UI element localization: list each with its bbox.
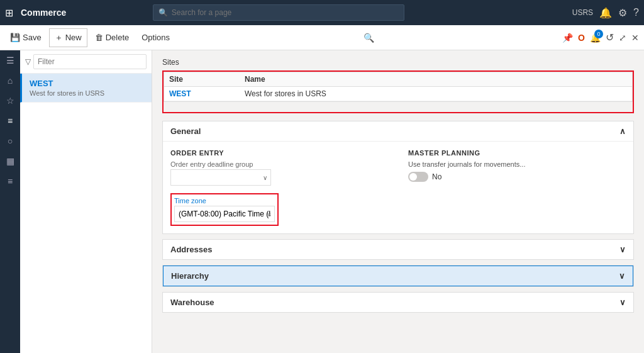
- item-subtitle: West for stores in USRS: [30, 89, 144, 97]
- save-label: Save: [23, 33, 42, 42]
- general-chevron-up-icon: ∧: [619, 126, 626, 136]
- addresses-accordion: Addresses ∨: [162, 239, 634, 260]
- list-item[interactable]: WEST West for stores in USRS: [20, 74, 152, 103]
- left-panel-toolbar: ▽: [20, 50, 152, 74]
- general-accordion-header[interactable]: General ∧: [163, 121, 633, 141]
- col-name-header: Name: [245, 75, 627, 84]
- options-label: Options: [142, 33, 170, 42]
- main-layout: ☰ ⌂ ☆ ≡ ○ ▦ ≡ ▽ WEST West for stores in …: [0, 50, 644, 353]
- sites-section-label: Sites: [162, 58, 634, 67]
- general-two-col: ORDER ENTRY Order entry deadline group T…: [170, 149, 626, 226]
- bell-icon[interactable]: 🔔: [599, 7, 612, 19]
- left-panel-list: WEST West for stores in USRS: [20, 74, 152, 353]
- order-entry-group: ORDER ENTRY Order entry deadline group T…: [170, 149, 388, 226]
- search-input[interactable]: [172, 8, 399, 17]
- sites-table-body: WEST West for stores in USRS: [164, 87, 632, 101]
- site-id: WEST: [169, 89, 245, 98]
- sidebar-clock-icon[interactable]: ○: [8, 136, 13, 146]
- sites-table-header: Site Name: [164, 72, 632, 87]
- col-site-header: Site: [169, 75, 245, 84]
- grid-icon: ⊞: [5, 7, 13, 19]
- warehouse-accordion: Warehouse ∨: [162, 292, 634, 313]
- pin-icon[interactable]: 📌: [562, 33, 573, 43]
- content-area: Sites Site Name WEST West for stores in …: [152, 50, 644, 353]
- addresses-chevron-down-icon: ∨: [619, 245, 626, 254]
- master-planning-label: MASTER PLANNING: [408, 149, 626, 157]
- top-bar-right: USRS 🔔 ⚙ ?: [572, 7, 639, 19]
- order-entry-label: ORDER ENTRY: [170, 149, 388, 157]
- filter-input[interactable]: [33, 54, 147, 69]
- delete-button[interactable]: 🗑 Delete: [90, 28, 135, 47]
- toolbar-search-icon[interactable]: 🔍: [364, 33, 374, 43]
- sites-table-wrapper: Site Name WEST West for stores in USRS: [162, 70, 634, 113]
- office-icon[interactable]: O: [578, 33, 585, 43]
- warehouse-chevron-down-icon: ∨: [619, 298, 626, 307]
- sidebar-menu-icon[interactable]: ☰: [6, 55, 14, 65]
- new-label: New: [65, 33, 82, 42]
- item-title: WEST: [30, 79, 144, 88]
- app-title: Commerce: [21, 8, 66, 18]
- save-button[interactable]: 💾 Save: [5, 28, 47, 47]
- new-icon: ＋: [55, 32, 63, 43]
- deadline-select-wrapper: [170, 169, 271, 186]
- site-name: West for stores in USRS: [245, 89, 627, 98]
- top-bar: ⊞ Commerce 🔍 USRS 🔔 ⚙ ?: [0, 0, 644, 25]
- sidebar-chart-icon[interactable]: ▦: [6, 156, 14, 166]
- general-accordion: General ∧ ORDER ENTRY Order entry deadli…: [162, 121, 634, 234]
- hierarchy-chevron-down-icon: ∨: [619, 271, 625, 281]
- user-label: USRS: [572, 8, 593, 17]
- sites-row[interactable]: WEST West for stores in USRS: [164, 87, 632, 101]
- delete-icon: 🗑: [95, 33, 103, 42]
- timezone-label: Time zone: [174, 197, 275, 205]
- general-label: General: [170, 126, 201, 136]
- sidebar-rows-icon[interactable]: ≡: [8, 176, 13, 186]
- sidebar-favorites-icon[interactable]: ☆: [6, 96, 14, 106]
- timezone-wrapper: Time zone (GMT-08:00) Pacific Time (US .…: [170, 193, 279, 226]
- sidebar-home-icon[interactable]: ⌂: [8, 76, 13, 86]
- sites-table: Site Name WEST West for stores in USRS: [164, 72, 633, 102]
- filter-icon: ▽: [25, 57, 31, 66]
- close-icon[interactable]: ✕: [631, 33, 639, 43]
- general-accordion-body: ORDER ENTRY Order entry deadline group T…: [163, 141, 633, 233]
- notification-badge[interactable]: 🔔 0: [590, 32, 601, 43]
- addresses-accordion-header[interactable]: Addresses ∨: [163, 240, 633, 259]
- notif-count: 0: [594, 30, 603, 38]
- transfer-journals-toggle[interactable]: [408, 172, 428, 182]
- refresh-icon[interactable]: ↺: [606, 31, 614, 43]
- hierarchy-accordion: Hierarchy ∨: [162, 265, 634, 287]
- new-button[interactable]: ＋ New: [49, 28, 87, 47]
- gear-icon[interactable]: ⚙: [618, 7, 627, 19]
- hierarchy-label: Hierarchy: [171, 271, 209, 281]
- search-icon: 🔍: [158, 8, 168, 17]
- timezone-group: Time zone (GMT-08:00) Pacific Time (US .…: [170, 193, 388, 226]
- popout-icon[interactable]: ⤢: [619, 33, 626, 43]
- left-panel: ▽ WEST West for stores in USRS: [20, 50, 152, 353]
- help-icon[interactable]: ?: [633, 7, 639, 18]
- timezone-select[interactable]: (GMT-08:00) Pacific Time (US ...: [174, 206, 275, 222]
- options-button[interactable]: Options: [136, 28, 175, 47]
- search-bar[interactable]: 🔍: [153, 4, 404, 21]
- warehouse-label: Warehouse: [170, 298, 214, 307]
- save-icon: 💾: [10, 33, 20, 42]
- master-planning-group: MASTER PLANNING Use transfer journals fo…: [408, 149, 626, 226]
- hierarchy-accordion-header[interactable]: Hierarchy ∨: [163, 266, 633, 286]
- warehouse-accordion-header[interactable]: Warehouse ∨: [163, 293, 633, 312]
- sidebar-icons: ☰ ⌂ ☆ ≡ ○ ▦ ≡: [0, 50, 20, 353]
- timezone-select-wrapper: (GMT-08:00) Pacific Time (US ...: [174, 206, 275, 222]
- toggle-label: No: [432, 172, 441, 181]
- toolbar: 💾 Save ＋ New 🗑 Delete Options 🔍 📌 O 🔔 0 …: [0, 25, 644, 50]
- deadline-group-label: Order entry deadline group: [170, 160, 388, 168]
- toggle-row: No: [408, 172, 626, 182]
- delete-label: Delete: [106, 33, 130, 42]
- deadline-group-select[interactable]: [170, 169, 271, 186]
- addresses-label: Addresses: [170, 245, 212, 254]
- mp-subtext: Use transfer journals for movements...: [408, 160, 626, 168]
- sidebar-list-active-icon[interactable]: ≡: [8, 116, 13, 126]
